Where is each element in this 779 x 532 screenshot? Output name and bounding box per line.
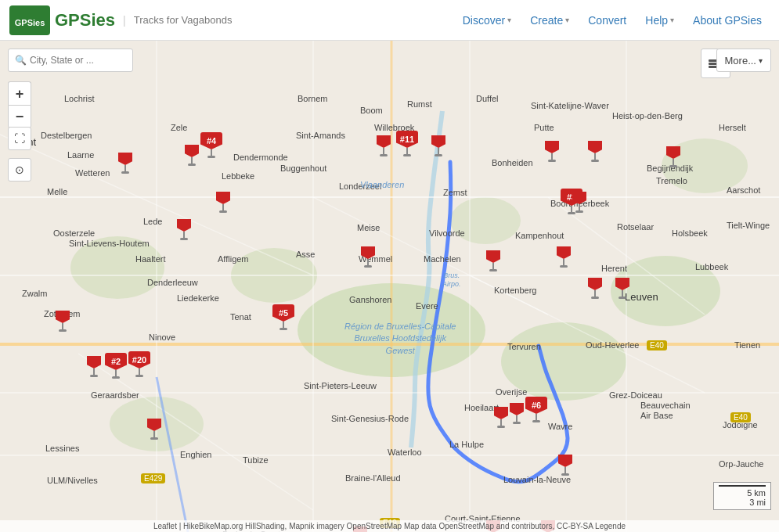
map-flag-f7[interactable]: #6 <box>525 397 547 422</box>
map-flag-f14[interactable] <box>666 146 680 167</box>
flag-marker <box>572 192 586 204</box>
map-flag-f18[interactable] <box>557 246 571 268</box>
flag-pole <box>211 149 212 156</box>
flag-marker <box>147 419 161 431</box>
flag-pole <box>124 165 126 171</box>
flag-marker <box>377 135 391 148</box>
map-flag-f4[interactable]: #5 <box>272 304 294 330</box>
map-container[interactable]: 🔍 + − ⛶ ⊙ More... ▾ #4 #11 <box>0 41 779 532</box>
map-flag-f17[interactable] <box>486 250 500 271</box>
discover-arrow-icon: ▾ <box>507 16 511 24</box>
map-flag-f8[interactable] <box>377 135 391 156</box>
flag-base <box>188 164 196 166</box>
map-flag-f1[interactable]: #4 <box>200 132 222 158</box>
flag-marker <box>510 403 524 415</box>
map-flag-f24[interactable] <box>494 407 508 428</box>
flag-marker <box>545 141 559 153</box>
flag-pole <box>191 157 193 164</box>
logo-separator: | <box>123 14 126 27</box>
flag-base <box>207 156 215 158</box>
logo-icon: GPSies <box>9 5 50 35</box>
flag-pole <box>551 153 553 160</box>
logo-area: GPSies GPSies | Tracks for Vagabonds <box>9 5 232 35</box>
help-arrow-icon: ▾ <box>670 16 674 24</box>
search-input[interactable] <box>30 55 126 66</box>
flag-base <box>380 154 388 156</box>
map-flag-f12[interactable] <box>545 141 559 162</box>
nav-discover[interactable]: Discover ▾ <box>455 9 519 31</box>
nav-about[interactable]: About GPSies <box>685 9 770 31</box>
flag-marker <box>588 278 602 290</box>
zoom-in-button[interactable]: + <box>8 81 31 105</box>
map-flag-f9[interactable] <box>431 135 445 156</box>
search-icon: 🔍 <box>15 55 27 66</box>
flag-pole <box>622 290 623 297</box>
map-flag-f23[interactable] <box>147 419 161 440</box>
main-nav: Discover ▾ Create ▾ Convert Help ▾ About… <box>455 9 770 31</box>
flag-base <box>121 171 129 174</box>
create-arrow-icon: ▾ <box>565 16 569 24</box>
flag-pole <box>564 467 566 473</box>
map-flag-f2[interactable]: #11 <box>396 131 418 156</box>
flag-base <box>513 422 521 424</box>
flag-marker <box>558 455 572 467</box>
map-flag-f22[interactable] <box>87 356 101 377</box>
flag-pole <box>367 259 369 265</box>
flag-base <box>59 329 67 332</box>
flag-marker <box>588 141 602 153</box>
tagline: Tracks for Vagabonds <box>134 14 233 26</box>
flag-base <box>435 154 442 156</box>
flag-pole <box>115 370 117 376</box>
zoom-out-button[interactable]: − <box>8 105 31 128</box>
flag-marker: #20 <box>128 351 150 368</box>
map-flag-f20[interactable] <box>588 278 602 299</box>
flag-marker <box>177 219 191 232</box>
map-flag-f5[interactable]: #2 <box>105 353 127 379</box>
map-flag-f11[interactable] <box>118 153 132 174</box>
map-flag-f16[interactable] <box>361 246 375 268</box>
nav-convert[interactable]: Convert <box>580 9 634 31</box>
flag-pole <box>283 322 284 328</box>
flag-pole <box>153 431 155 437</box>
flag-marker <box>486 250 500 263</box>
flag-base <box>135 375 143 377</box>
svg-point-5 <box>70 236 164 299</box>
map-background <box>0 41 779 532</box>
flag-marker <box>431 135 445 148</box>
more-button[interactable]: More... ▾ <box>716 49 771 72</box>
flag-base <box>561 473 569 476</box>
map-flag-f25[interactable] <box>510 403 524 424</box>
flag-base <box>280 328 287 330</box>
flag-base <box>532 420 540 422</box>
map-flag-f15[interactable] <box>216 192 230 213</box>
flag-marker <box>87 356 101 368</box>
map-flag-f10[interactable] <box>185 145 199 166</box>
flag-marker <box>615 278 629 290</box>
flag-base <box>219 210 227 213</box>
nav-help[interactable]: Help ▾ <box>637 9 682 31</box>
flag-pole <box>183 232 185 238</box>
map-flag-f21[interactable] <box>615 278 629 299</box>
flag-base <box>575 210 583 213</box>
flag-base <box>112 376 120 379</box>
locate-button[interactable]: ⊙ <box>8 158 31 182</box>
flag-pole <box>673 159 674 165</box>
map-flag-f26[interactable] <box>558 455 572 476</box>
map-flag-f6[interactable]: #20 <box>128 351 150 377</box>
fullscreen-button[interactable]: ⛶ <box>8 127 31 150</box>
flag-pole <box>500 419 502 426</box>
map-attribution: Leaflet | HikeBikeMap.org HillShading, M… <box>0 520 779 532</box>
nav-create[interactable]: Create ▾ <box>522 9 577 31</box>
flag-pole <box>93 368 95 375</box>
flag-base <box>497 426 505 428</box>
map-flag-f29[interactable] <box>177 219 191 240</box>
flag-pole <box>406 148 408 154</box>
map-flag-f19[interactable] <box>572 192 586 213</box>
svg-point-4 <box>501 322 626 401</box>
search-box[interactable]: 🔍 <box>8 49 133 72</box>
scale-bar: 5 km 3 mi <box>713 482 771 510</box>
flag-marker: #2 <box>105 353 127 370</box>
map-flag-f13[interactable] <box>588 141 602 162</box>
map-flag-f30[interactable] <box>56 311 70 332</box>
flag-pole <box>492 263 494 269</box>
